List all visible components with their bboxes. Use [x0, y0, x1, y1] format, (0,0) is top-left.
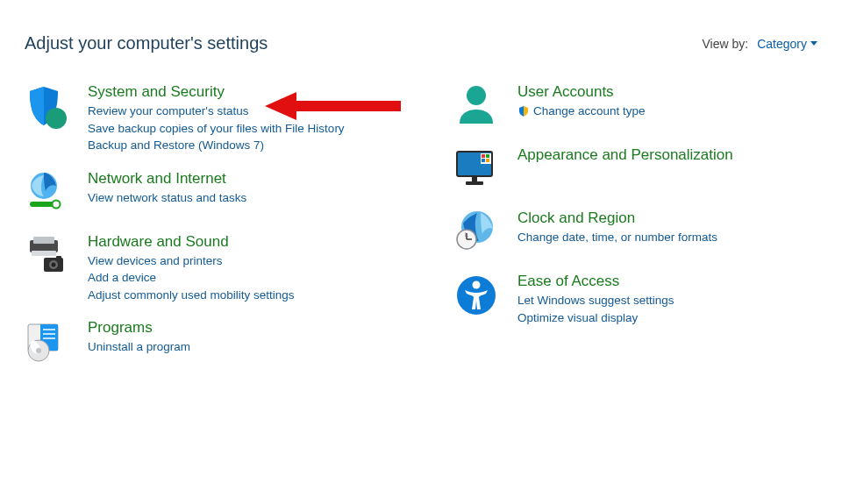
svg-point-35 — [473, 281, 481, 289]
category-appearance: Appearance and Personalization — [451, 146, 810, 194]
category-title-programs[interactable]: Programs — [88, 319, 190, 337]
globe-network-icon — [21, 170, 72, 217]
svg-rect-28 — [466, 181, 483, 185]
chevron-down-icon — [810, 41, 817, 46]
svg-rect-26 — [486, 159, 489, 162]
shield-icon — [21, 83, 72, 131]
svg-point-10 — [52, 262, 56, 266]
svg-rect-25 — [482, 159, 485, 162]
category-programs: Programs Uninstall a program — [21, 319, 425, 366]
view-by-label: View by: — [703, 37, 749, 51]
svg-rect-7 — [32, 251, 56, 256]
view-by-dropdown[interactable]: Category — [757, 37, 817, 51]
link-windows-suggest[interactable]: Let Windows suggest settings — [517, 292, 674, 309]
svg-point-20 — [467, 86, 486, 105]
programs-icon — [21, 319, 72, 366]
svg-rect-11 — [56, 256, 61, 259]
category-user-accounts: User Accounts Change account type — [451, 83, 810, 131]
category-title-network[interactable]: Network and Internet — [88, 170, 246, 188]
link-change-account-type[interactable]: Change account type — [517, 103, 646, 120]
link-uninstall-program[interactable]: Uninstall a program — [88, 338, 190, 356]
category-title-hardware[interactable]: Hardware and Sound — [88, 233, 295, 251]
link-optimize-visual[interactable]: Optimize visual display — [517, 309, 674, 327]
svg-rect-6 — [33, 237, 54, 244]
category-title-appearance[interactable]: Appearance and Personalization — [517, 146, 733, 164]
clock-globe-icon: L — [451, 209, 502, 257]
header: Adjust your computer's settings View by:… — [0, 0, 842, 62]
link-mobility-settings[interactable]: Adjust commonly used mobility settings — [88, 287, 295, 304]
category-title-clock[interactable]: Clock and Region — [517, 209, 717, 227]
arrow-annotation-icon — [265, 89, 405, 124]
left-column: System and Security Review your computer… — [21, 83, 425, 366]
uac-shield-icon — [517, 105, 530, 117]
page-title: Adjust your computer's settings — [25, 33, 268, 53]
category-clock: L Clock and Region Change date, time, or… — [451, 209, 810, 257]
category-hardware: Hardware and Sound View devices and prin… — [21, 233, 425, 304]
view-by-value-text: Category — [757, 37, 807, 51]
view-by-group: View by: Category — [703, 37, 817, 51]
category-network: Network and Internet View network status… — [21, 170, 425, 217]
link-change-account-type-label: Change account type — [533, 103, 646, 120]
svg-point-4 — [53, 200, 61, 208]
svg-rect-27 — [472, 176, 477, 181]
link-add-device[interactable]: Add a device — [88, 269, 295, 287]
link-backup-restore[interactable]: Backup and Restore (Windows 7) — [88, 137, 345, 154]
category-ease-of-access: Ease of Access Let Windows suggest setti… — [451, 273, 810, 326]
link-devices-printers[interactable]: View devices and printers — [88, 252, 295, 270]
printer-camera-icon — [21, 233, 72, 280]
svg-rect-23 — [482, 154, 485, 158]
link-network-status[interactable]: View network status and tasks — [88, 189, 246, 207]
svg-point-0 — [46, 108, 67, 129]
svg-rect-24 — [486, 154, 489, 158]
right-column: User Accounts Change account type — [451, 83, 810, 366]
user-icon — [451, 83, 502, 131]
monitor-icon — [451, 146, 502, 194]
svg-marker-37 — [265, 92, 296, 120]
svg-text:L: L — [465, 231, 468, 238]
accessibility-icon — [451, 273, 502, 320]
svg-point-19 — [36, 348, 41, 353]
content-columns: System and Security Review your computer… — [0, 62, 842, 375]
category-title-ease-of-access[interactable]: Ease of Access — [517, 273, 674, 290]
category-title-user-accounts[interactable]: User Accounts — [517, 83, 646, 101]
link-change-date-time[interactable]: Change date, time, or number formats — [517, 229, 717, 246]
